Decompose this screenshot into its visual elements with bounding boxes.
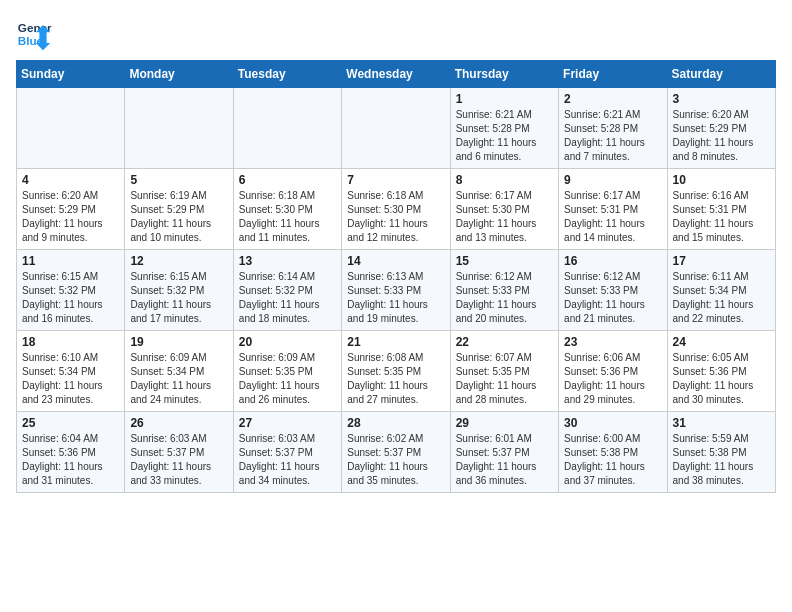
day-info: Sunrise: 6:19 AM Sunset: 5:29 PM Dayligh… <box>130 189 227 245</box>
logo-icon: General Blue <box>16 16 52 52</box>
day-number: 29 <box>456 416 553 430</box>
day-number: 13 <box>239 254 336 268</box>
day-info: Sunrise: 6:04 AM Sunset: 5:36 PM Dayligh… <box>22 432 119 488</box>
svg-text:General: General <box>18 21 52 34</box>
weekday-header: Saturday <box>667 61 775 88</box>
calendar-day: 8Sunrise: 6:17 AM Sunset: 5:30 PM Daylig… <box>450 169 558 250</box>
weekday-header: Monday <box>125 61 233 88</box>
day-info: Sunrise: 6:13 AM Sunset: 5:33 PM Dayligh… <box>347 270 444 326</box>
day-number: 10 <box>673 173 770 187</box>
day-number: 3 <box>673 92 770 106</box>
calendar-day: 6Sunrise: 6:18 AM Sunset: 5:30 PM Daylig… <box>233 169 341 250</box>
day-number: 16 <box>564 254 661 268</box>
day-info: Sunrise: 6:17 AM Sunset: 5:30 PM Dayligh… <box>456 189 553 245</box>
weekday-header: Sunday <box>17 61 125 88</box>
calendar-day: 20Sunrise: 6:09 AM Sunset: 5:35 PM Dayli… <box>233 331 341 412</box>
calendar-day: 24Sunrise: 6:05 AM Sunset: 5:36 PM Dayli… <box>667 331 775 412</box>
day-info: Sunrise: 6:18 AM Sunset: 5:30 PM Dayligh… <box>347 189 444 245</box>
day-info: Sunrise: 6:15 AM Sunset: 5:32 PM Dayligh… <box>22 270 119 326</box>
day-number: 22 <box>456 335 553 349</box>
day-number: 15 <box>456 254 553 268</box>
calendar-day: 16Sunrise: 6:12 AM Sunset: 5:33 PM Dayli… <box>559 250 667 331</box>
calendar-week: 1Sunrise: 6:21 AM Sunset: 5:28 PM Daylig… <box>17 88 776 169</box>
calendar-day: 4Sunrise: 6:20 AM Sunset: 5:29 PM Daylig… <box>17 169 125 250</box>
calendar-day: 23Sunrise: 6:06 AM Sunset: 5:36 PM Dayli… <box>559 331 667 412</box>
calendar-day: 5Sunrise: 6:19 AM Sunset: 5:29 PM Daylig… <box>125 169 233 250</box>
day-info: Sunrise: 6:07 AM Sunset: 5:35 PM Dayligh… <box>456 351 553 407</box>
calendar-week: 4Sunrise: 6:20 AM Sunset: 5:29 PM Daylig… <box>17 169 776 250</box>
day-info: Sunrise: 6:20 AM Sunset: 5:29 PM Dayligh… <box>673 108 770 164</box>
weekday-header: Friday <box>559 61 667 88</box>
day-number: 23 <box>564 335 661 349</box>
day-info: Sunrise: 6:21 AM Sunset: 5:28 PM Dayligh… <box>456 108 553 164</box>
day-number: 9 <box>564 173 661 187</box>
day-info: Sunrise: 6:11 AM Sunset: 5:34 PM Dayligh… <box>673 270 770 326</box>
day-number: 27 <box>239 416 336 430</box>
day-number: 28 <box>347 416 444 430</box>
calendar-day: 9Sunrise: 6:17 AM Sunset: 5:31 PM Daylig… <box>559 169 667 250</box>
calendar-day: 13Sunrise: 6:14 AM Sunset: 5:32 PM Dayli… <box>233 250 341 331</box>
calendar-week: 18Sunrise: 6:10 AM Sunset: 5:34 PM Dayli… <box>17 331 776 412</box>
calendar-day <box>233 88 341 169</box>
calendar-day: 17Sunrise: 6:11 AM Sunset: 5:34 PM Dayli… <box>667 250 775 331</box>
day-info: Sunrise: 6:06 AM Sunset: 5:36 PM Dayligh… <box>564 351 661 407</box>
calendar-day: 15Sunrise: 6:12 AM Sunset: 5:33 PM Dayli… <box>450 250 558 331</box>
day-info: Sunrise: 6:00 AM Sunset: 5:38 PM Dayligh… <box>564 432 661 488</box>
day-info: Sunrise: 6:08 AM Sunset: 5:35 PM Dayligh… <box>347 351 444 407</box>
day-info: Sunrise: 5:59 AM Sunset: 5:38 PM Dayligh… <box>673 432 770 488</box>
day-number: 20 <box>239 335 336 349</box>
day-number: 18 <box>22 335 119 349</box>
day-info: Sunrise: 6:03 AM Sunset: 5:37 PM Dayligh… <box>130 432 227 488</box>
calendar-day: 28Sunrise: 6:02 AM Sunset: 5:37 PM Dayli… <box>342 412 450 493</box>
day-info: Sunrise: 6:01 AM Sunset: 5:37 PM Dayligh… <box>456 432 553 488</box>
day-info: Sunrise: 6:09 AM Sunset: 5:35 PM Dayligh… <box>239 351 336 407</box>
day-info: Sunrise: 6:12 AM Sunset: 5:33 PM Dayligh… <box>456 270 553 326</box>
day-number: 12 <box>130 254 227 268</box>
calendar-day: 10Sunrise: 6:16 AM Sunset: 5:31 PM Dayli… <box>667 169 775 250</box>
day-number: 1 <box>456 92 553 106</box>
day-number: 31 <box>673 416 770 430</box>
calendar-day: 22Sunrise: 6:07 AM Sunset: 5:35 PM Dayli… <box>450 331 558 412</box>
day-info: Sunrise: 6:17 AM Sunset: 5:31 PM Dayligh… <box>564 189 661 245</box>
day-info: Sunrise: 6:16 AM Sunset: 5:31 PM Dayligh… <box>673 189 770 245</box>
day-info: Sunrise: 6:12 AM Sunset: 5:33 PM Dayligh… <box>564 270 661 326</box>
day-number: 25 <box>22 416 119 430</box>
day-number: 8 <box>456 173 553 187</box>
weekday-header: Tuesday <box>233 61 341 88</box>
day-number: 17 <box>673 254 770 268</box>
calendar-day: 21Sunrise: 6:08 AM Sunset: 5:35 PM Dayli… <box>342 331 450 412</box>
day-number: 2 <box>564 92 661 106</box>
calendar-day: 2Sunrise: 6:21 AM Sunset: 5:28 PM Daylig… <box>559 88 667 169</box>
calendar-day: 18Sunrise: 6:10 AM Sunset: 5:34 PM Dayli… <box>17 331 125 412</box>
calendar-day: 11Sunrise: 6:15 AM Sunset: 5:32 PM Dayli… <box>17 250 125 331</box>
day-number: 4 <box>22 173 119 187</box>
calendar-day: 25Sunrise: 6:04 AM Sunset: 5:36 PM Dayli… <box>17 412 125 493</box>
day-number: 30 <box>564 416 661 430</box>
calendar-week: 25Sunrise: 6:04 AM Sunset: 5:36 PM Dayli… <box>17 412 776 493</box>
calendar-day <box>342 88 450 169</box>
weekday-header: Wednesday <box>342 61 450 88</box>
day-number: 24 <box>673 335 770 349</box>
day-number: 21 <box>347 335 444 349</box>
day-info: Sunrise: 6:03 AM Sunset: 5:37 PM Dayligh… <box>239 432 336 488</box>
day-info: Sunrise: 6:15 AM Sunset: 5:32 PM Dayligh… <box>130 270 227 326</box>
calendar-day: 27Sunrise: 6:03 AM Sunset: 5:37 PM Dayli… <box>233 412 341 493</box>
calendar-header: SundayMondayTuesdayWednesdayThursdayFrid… <box>17 61 776 88</box>
day-number: 26 <box>130 416 227 430</box>
calendar-day: 14Sunrise: 6:13 AM Sunset: 5:33 PM Dayli… <box>342 250 450 331</box>
day-info: Sunrise: 6:14 AM Sunset: 5:32 PM Dayligh… <box>239 270 336 326</box>
weekday-header: Thursday <box>450 61 558 88</box>
calendar-day <box>125 88 233 169</box>
calendar-day: 3Sunrise: 6:20 AM Sunset: 5:29 PM Daylig… <box>667 88 775 169</box>
calendar-day: 7Sunrise: 6:18 AM Sunset: 5:30 PM Daylig… <box>342 169 450 250</box>
calendar-table: SundayMondayTuesdayWednesdayThursdayFrid… <box>16 60 776 493</box>
calendar-day: 30Sunrise: 6:00 AM Sunset: 5:38 PM Dayli… <box>559 412 667 493</box>
calendar-day: 19Sunrise: 6:09 AM Sunset: 5:34 PM Dayli… <box>125 331 233 412</box>
calendar-week: 11Sunrise: 6:15 AM Sunset: 5:32 PM Dayli… <box>17 250 776 331</box>
calendar-day: 26Sunrise: 6:03 AM Sunset: 5:37 PM Dayli… <box>125 412 233 493</box>
calendar-day: 1Sunrise: 6:21 AM Sunset: 5:28 PM Daylig… <box>450 88 558 169</box>
day-info: Sunrise: 6:05 AM Sunset: 5:36 PM Dayligh… <box>673 351 770 407</box>
page-header: General Blue <box>16 16 776 52</box>
calendar-day <box>17 88 125 169</box>
day-info: Sunrise: 6:02 AM Sunset: 5:37 PM Dayligh… <box>347 432 444 488</box>
